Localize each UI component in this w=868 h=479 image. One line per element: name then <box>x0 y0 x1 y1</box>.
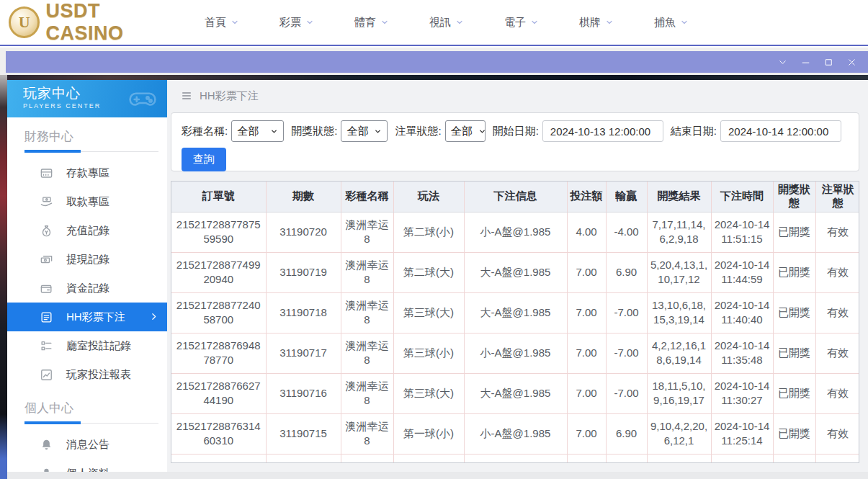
sidebar-item-recharge-records[interactable]: 充值記錄 <box>7 216 167 245</box>
sidebar-item-label: 存款專區 <box>66 166 109 180</box>
window-footer-strip <box>7 472 868 479</box>
sidebar-item-deposit-zone[interactable]: 存款專區 <box>7 158 167 187</box>
nav-item-video[interactable]: 視訊 <box>429 16 464 30</box>
nav-item-home[interactable]: 首頁 <box>205 16 239 30</box>
table-cell: 31190717 <box>266 333 341 373</box>
nav-item-slots[interactable]: 電子 <box>504 16 539 30</box>
table-cell: 31190719 <box>266 252 341 292</box>
chevron-down-icon <box>380 18 389 27</box>
sidebar-item-withdrawal-records[interactable]: 提現記錄 <box>7 245 167 274</box>
table-cell: 第二球(大) <box>393 252 464 292</box>
top-nav: 首頁彩票體育視訊電子棋牌捕魚 <box>205 16 689 30</box>
table-cell: 已開獎 <box>773 413 815 454</box>
table-cell: 小-A盤@1.985 <box>464 413 567 454</box>
window-minimize-button[interactable] <box>800 56 812 68</box>
column-header: 投注額 <box>567 182 606 212</box>
lottery-name-select[interactable]: 全部 <box>231 120 284 142</box>
user-icon <box>39 466 53 472</box>
table-cell: 有效 <box>815 333 859 373</box>
section-divider <box>24 421 158 424</box>
table-cell: 13,10,6,18,15,3,19,14 <box>647 292 711 333</box>
brand-name: USDT CASINO <box>45 0 182 45</box>
main-content: HH彩票下注 彩種名稱: 全部 開獎狀態: 全部 <box>167 80 868 472</box>
table-cell: 2024-10-14 11:30:27 <box>711 373 773 413</box>
sidebar-item-hh-lottery-bets[interactable]: HH彩票下注 <box>7 303 167 331</box>
table-cell: 大-A盤@1.985 <box>464 373 567 413</box>
player-center-window: 玩家中心 PLAYERS CENTER 財務中心存款專區取款專區充值記錄提現記錄… <box>7 75 868 479</box>
table-cell: 31190718 <box>266 292 341 333</box>
column-header: 期數 <box>266 182 341 212</box>
sidebar-item-label: 提現記錄 <box>66 253 109 267</box>
start-date-input[interactable] <box>542 120 663 142</box>
end-date-label: 結束日期: <box>671 125 717 138</box>
coin-logo-icon: U <box>9 6 40 38</box>
table-cell: 第一球(小) <box>393 413 464 454</box>
nav-item-label: 電子 <box>504 16 526 30</box>
window-close-button[interactable] <box>846 56 858 68</box>
table-cell: 已開獎 <box>773 292 815 333</box>
table-cell <box>567 454 606 463</box>
nav-item-fishing[interactable]: 捕魚 <box>654 16 689 30</box>
table-cell: 2152172887787559590 <box>171 212 266 252</box>
nav-item-label: 彩票 <box>279 16 301 30</box>
table-cell: 5,20,4,13,1,10,17,12 <box>647 252 711 292</box>
column-header: 玩法 <box>393 182 464 212</box>
gamepad-icon <box>124 83 161 115</box>
sidebar-item-funds-records[interactable]: 資金記錄 <box>7 274 167 303</box>
table-cell: 小-A盤@1.985 <box>464 212 567 252</box>
chevron-down-icon <box>368 127 382 135</box>
table-cell: 有效 <box>815 252 859 292</box>
nav-item-label: 捕魚 <box>654 16 676 30</box>
list-icon <box>39 310 53 324</box>
order-status-select[interactable]: 全部 <box>445 120 486 142</box>
nav-item-lottery[interactable]: 彩票 <box>279 16 314 30</box>
table-cell <box>711 454 773 463</box>
table-cell <box>815 454 859 463</box>
sidebar-item-label: 個人資料 <box>66 467 109 473</box>
report-icon <box>39 367 53 382</box>
column-header: 注單狀態 <box>815 182 859 212</box>
table-cell: 有效 <box>815 292 859 333</box>
table-cell: 2024-10-14 11:51:15 <box>711 212 773 252</box>
sidebar-item-room-bet-records[interactable]: 廳室投註記錄 <box>7 331 167 360</box>
table-cell: 2152172887662744190 <box>171 373 266 413</box>
table-cell: -7.00 <box>606 292 647 333</box>
nav-item-label: 首頁 <box>205 16 226 30</box>
sidebar-item-label: 玩家投注報表 <box>66 368 131 382</box>
draw-status-label: 開獎狀態: <box>291 125 337 138</box>
page-title: HH彩票下注 <box>200 89 259 103</box>
table-cell: 4.00 <box>567 212 606 252</box>
sidebar-item-profile[interactable]: 個人資料 <box>7 459 167 472</box>
sidebar-section-title-finance: 財務中心 <box>24 128 167 145</box>
nav-item-board[interactable]: 棋牌 <box>579 16 614 30</box>
menu-toggle-icon[interactable] <box>181 90 192 102</box>
table-cell: 7.00 <box>567 252 606 292</box>
table-cell <box>171 454 266 463</box>
nav-item-sports[interactable]: 體育 <box>354 16 389 30</box>
table-cell: 有效 <box>815 212 859 252</box>
lottery-name-label: 彩種名稱: <box>182 125 228 138</box>
window-titlebar[interactable] <box>6 51 868 73</box>
chevron-down-icon <box>605 18 614 27</box>
brand-logo[interactable]: U USDT CASINO <box>9 0 182 45</box>
column-header: 開獎結果 <box>647 182 711 212</box>
sidebar-item-announcements[interactable]: 消息公告 <box>7 430 167 459</box>
table-cell: 大-A盤@1.985 <box>464 252 567 292</box>
draw-status-value: 全部 <box>346 125 368 138</box>
draw-status-select[interactable]: 全部 <box>341 120 388 142</box>
table-cell <box>647 454 711 463</box>
table-cell: 7.00 <box>567 292 606 333</box>
query-button[interactable]: 查詢 <box>182 148 226 171</box>
window-dropdown-icon[interactable] <box>777 56 789 68</box>
column-header: 訂單號 <box>171 182 266 212</box>
chevron-down-icon <box>530 18 539 27</box>
table-cell: 有效 <box>815 373 859 413</box>
table-row: 215217288772405870031190718澳洲幸运8第三球(大)大-… <box>171 292 859 333</box>
end-date-input[interactable] <box>720 120 841 142</box>
table-cell: 2152172887724058700 <box>171 292 266 333</box>
sidebar-item-withdraw-zone[interactable]: 取款專區 <box>7 187 167 216</box>
table-cell <box>773 454 815 463</box>
window-maximize-button[interactable] <box>823 56 835 68</box>
sidebar-item-player-bet-report[interactable]: 玩家投注報表 <box>7 360 167 389</box>
site-header: U USDT CASINO 首頁彩票體育視訊電子棋牌捕魚 <box>0 0 868 46</box>
